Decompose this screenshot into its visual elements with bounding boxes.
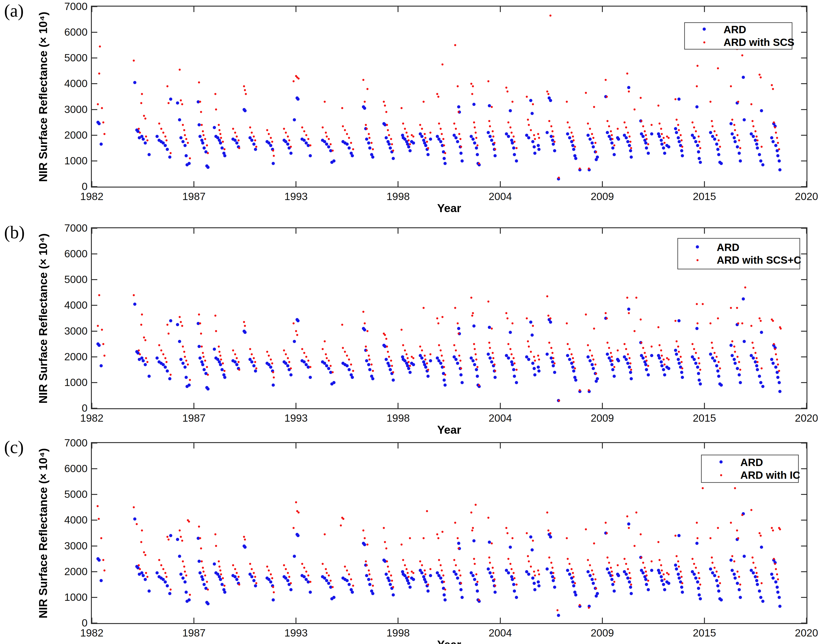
data-point <box>677 319 681 322</box>
data-point <box>198 571 202 575</box>
data-point <box>181 362 184 365</box>
data-point <box>102 559 104 561</box>
data-point <box>219 133 221 135</box>
data-point <box>253 357 255 359</box>
data-point <box>738 373 741 376</box>
data-point <box>139 132 141 134</box>
data-point <box>235 363 238 366</box>
data-point <box>160 128 162 130</box>
data-point <box>332 371 334 373</box>
data-point <box>183 580 187 584</box>
x-tick-label: 2020 <box>782 627 819 639</box>
data-point <box>214 314 216 317</box>
data-point <box>676 555 678 557</box>
data-point <box>189 594 191 596</box>
data-point <box>473 578 476 581</box>
y-tick <box>92 32 97 33</box>
legend-b: ARDARD with SCS+C <box>677 238 800 269</box>
data-point <box>514 577 515 579</box>
data-point <box>733 362 737 365</box>
data-point <box>702 303 704 305</box>
data-point <box>202 567 204 569</box>
legend-marker <box>685 28 724 32</box>
data-point <box>490 139 493 142</box>
data-point <box>737 537 739 539</box>
data-point <box>694 140 697 143</box>
data-point <box>179 358 183 361</box>
data-point <box>695 327 698 330</box>
data-point <box>777 578 779 580</box>
data-point <box>490 360 493 363</box>
data-point <box>178 555 181 558</box>
data-point <box>328 575 330 577</box>
data-point <box>532 325 534 327</box>
data-point <box>736 570 739 573</box>
data-point <box>677 98 681 101</box>
data-point <box>254 370 257 373</box>
y-tick-label: 5000 <box>51 52 87 64</box>
data-point <box>408 576 410 578</box>
data-point <box>645 368 648 371</box>
data-point <box>424 137 426 139</box>
data-point <box>187 598 191 601</box>
y-tick <box>92 109 97 110</box>
data-point <box>198 81 200 83</box>
data-point <box>362 79 364 81</box>
data-point <box>761 385 764 388</box>
data-point <box>187 142 189 144</box>
data-point <box>711 342 713 344</box>
data-point <box>322 563 324 565</box>
data-point <box>696 522 698 524</box>
data-point <box>628 580 631 584</box>
data-point <box>215 330 217 332</box>
legend-label: ARD with IC <box>740 469 800 481</box>
data-point <box>694 362 697 365</box>
data-point <box>593 106 595 108</box>
data-point <box>293 80 294 82</box>
data-point <box>660 579 664 582</box>
data-point <box>443 581 445 583</box>
data-point <box>372 370 374 372</box>
data-point <box>140 541 142 543</box>
data-point <box>739 381 742 384</box>
data-point <box>574 582 576 584</box>
data-point <box>439 577 442 580</box>
data-point <box>742 340 746 343</box>
data-point <box>734 129 736 131</box>
data-point <box>530 129 532 131</box>
data-point <box>755 579 758 582</box>
data-point <box>454 522 456 524</box>
data-point <box>188 521 190 523</box>
data-point <box>421 564 423 566</box>
data-point <box>591 569 593 572</box>
x-tick <box>704 443 705 449</box>
data-point <box>437 96 439 98</box>
data-point <box>526 532 528 534</box>
panel-b: (b) NIR Surface Reflectance (× 10⁴) Year… <box>0 222 819 437</box>
y-tick-label: 1000 <box>51 376 87 388</box>
data-point <box>475 583 478 586</box>
data-point <box>571 568 573 570</box>
data-point <box>324 533 326 535</box>
x-tick <box>500 403 501 408</box>
data-point <box>345 579 349 582</box>
data-point <box>712 562 713 564</box>
data-point <box>438 123 440 124</box>
data-point <box>158 559 160 561</box>
data-point <box>657 541 659 543</box>
y-tick-label: 7000 <box>51 222 87 234</box>
data-point <box>457 327 460 330</box>
data-point <box>270 573 272 575</box>
data-point <box>713 359 716 362</box>
data-point <box>487 80 489 82</box>
data-point <box>596 377 599 380</box>
data-point <box>344 566 346 567</box>
data-point <box>283 350 285 351</box>
data-point <box>492 130 494 132</box>
data-point <box>303 567 305 569</box>
data-point <box>471 314 473 317</box>
data-point <box>627 568 629 570</box>
data-point <box>574 146 576 148</box>
data-point <box>760 109 763 112</box>
data-point <box>548 120 550 122</box>
